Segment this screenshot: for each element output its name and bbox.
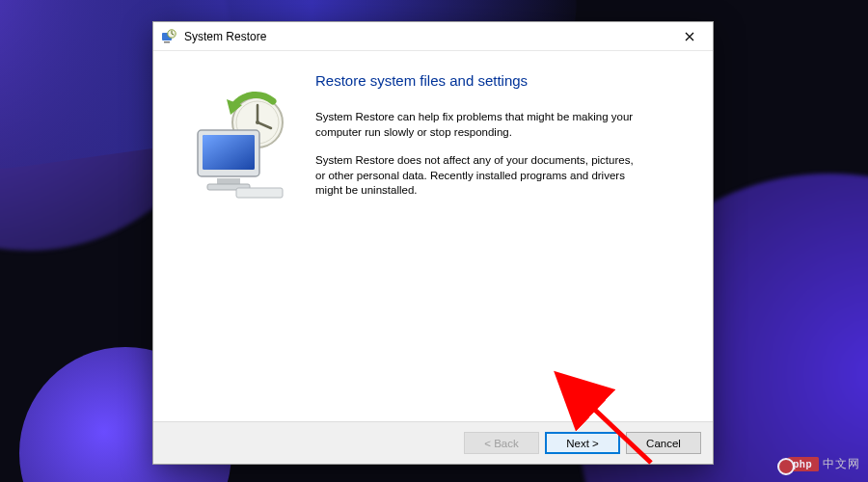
wizard-footer: < Back Next > Cancel [153,421,713,464]
description-paragraph: System Restore does not affect any of yo… [315,153,643,199]
watermark-text: 中文网 [823,456,860,472]
wizard-content: Restore system files and settings System… [153,51,713,421]
desktop-wallpaper: System Restore [0,0,868,482]
system-restore-window: System Restore [152,21,714,465]
svg-rect-10 [217,178,240,184]
svg-rect-9 [203,135,255,170]
watermark-badge: php [784,457,819,471]
restore-illustration [171,68,306,412]
close-button[interactable] [670,23,709,50]
page-heading: Restore system files and settings [315,72,695,89]
svg-rect-1 [164,41,170,43]
description-paragraph: System Restore can help fix problems tha… [315,110,643,140]
back-button: < Back [464,432,539,454]
svg-point-5 [256,120,259,124]
app-icon [161,29,176,44]
next-button[interactable]: Next > [545,432,620,454]
titlebar[interactable]: System Restore [153,22,713,51]
svg-rect-12 [236,188,283,198]
window-title: System Restore [184,30,670,43]
watermark: php 中文网 [784,456,860,472]
wizard-text: Restore system files and settings System… [306,68,695,412]
close-icon [685,32,694,41]
cancel-button[interactable]: Cancel [626,432,701,454]
